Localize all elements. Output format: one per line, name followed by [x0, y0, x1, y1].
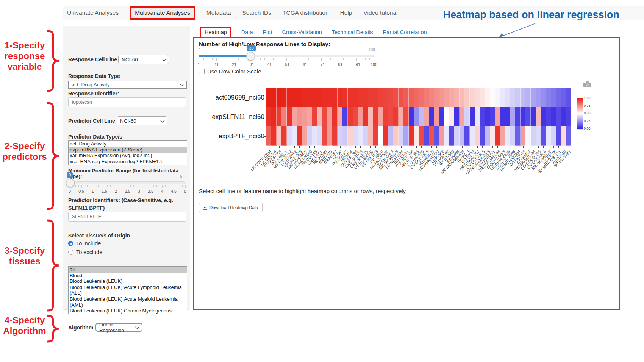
heatmap-cell[interactable]: [434, 88, 439, 107]
heatmap-cell[interactable]: [510, 126, 516, 146]
heatmap-cell[interactable]: [475, 126, 480, 146]
heatmap-cell[interactable]: [566, 107, 572, 126]
heatmap-cell[interactable]: [495, 126, 500, 146]
row-color-scale-checkbox[interactable]: Use Row Color Scale: [199, 68, 261, 75]
nav-item-search-ids[interactable]: Search IDs: [242, 9, 271, 16]
heatmap-cell[interactable]: [515, 107, 521, 126]
heatmap-cell[interactable]: [312, 88, 317, 107]
tissue-option-blood-leukemia-leuk-chronic-myelogenous-leukemia-cml[interactable]: Blood:Leukemia (LEUK):Chronic Myelogenou…: [69, 308, 187, 314]
heatmap-cell[interactable]: [317, 88, 322, 107]
heatmap-cell[interactable]: [399, 88, 404, 107]
heatmap-cell[interactable]: [454, 88, 460, 107]
predictor-data-type-option-exp-mrna-expression-z-score[interactable]: exp: mRNA Expression (Z-Score): [69, 147, 187, 153]
heatmap-cell[interactable]: [485, 126, 490, 146]
tissue-option-all[interactable]: all: [69, 267, 187, 273]
heatmap-cell[interactable]: [460, 88, 465, 107]
heatmap-cell[interactable]: [556, 126, 561, 146]
heatmap-cell[interactable]: [358, 126, 363, 146]
heatmap-cell[interactable]: [551, 126, 556, 146]
heatmap-cell[interactable]: [287, 107, 292, 126]
tissue-option-blood[interactable]: Blood: [69, 273, 187, 279]
heatmap-cell[interactable]: [368, 88, 373, 107]
heatmap-cell[interactable]: [464, 107, 470, 126]
heatmap-cell[interactable]: [383, 107, 389, 126]
heatmap-cell[interactable]: [348, 88, 353, 107]
heatmap-cell[interactable]: [510, 88, 516, 107]
heatmap-cell[interactable]: [307, 126, 312, 146]
heatmap-cell[interactable]: [399, 107, 404, 126]
heatmap-cell[interactable]: [378, 88, 383, 107]
heatmap-cell[interactable]: [505, 88, 511, 107]
tab-heatmap[interactable]: Heatmap: [200, 27, 231, 38]
heatmap-cell[interactable]: [475, 88, 480, 107]
heatmap-cell[interactable]: [342, 88, 348, 107]
heatmap-row-label-expslfn11-nci60[interactable]: expSLFN11_nci60: [194, 113, 264, 121]
heatmap-cell[interactable]: [378, 107, 383, 126]
tissue-listbox[interactable]: allBloodBlood:Leukemia (LEUK)Blood:Leuke…: [68, 266, 187, 314]
nav-item-help[interactable]: Help: [340, 9, 352, 16]
heatmap-cell[interactable]: [393, 107, 399, 126]
nav-item-univariate-analyses[interactable]: Univariate Analyses: [67, 9, 119, 16]
heatmap-cell[interactable]: [521, 88, 526, 107]
heatmap-cell[interactable]: [490, 107, 495, 126]
heatmap-cell[interactable]: [541, 107, 546, 126]
tab-technical-details[interactable]: Technical Details: [332, 29, 373, 35]
heatmap-cell[interactable]: [505, 107, 511, 126]
heatmap-cell[interactable]: [566, 88, 572, 107]
heatmap-cell[interactable]: [266, 88, 272, 107]
heatmap-cell[interactable]: [358, 88, 363, 107]
heatmap-cell[interactable]: [561, 107, 566, 126]
heatmap-cell[interactable]: [307, 107, 312, 126]
heatmap-cell[interactable]: [439, 88, 444, 107]
heatmap-cell[interactable]: [388, 126, 394, 146]
heatmap-cell[interactable]: [480, 88, 485, 107]
heatmap-cell[interactable]: [500, 88, 505, 107]
nav-item-metadata[interactable]: Metadata: [206, 9, 231, 16]
tissue-include-radio[interactable]: To include: [68, 240, 101, 247]
heatmap-cell[interactable]: [368, 107, 373, 126]
response-data-type-select[interactable]: act: Drug Activity: [68, 81, 187, 89]
heatmap-cell[interactable]: [302, 107, 307, 126]
algorithm-select[interactable]: Linear Regression: [95, 323, 142, 332]
heatmap-cell[interactable]: [287, 88, 292, 107]
heatmap-cell[interactable]: [307, 88, 312, 107]
heatmap-cell[interactable]: [515, 88, 521, 107]
heatmap-cell[interactable]: [327, 126, 333, 146]
heatmap-cell[interactable]: [292, 107, 297, 126]
heatmap-cell[interactable]: [531, 126, 536, 146]
heatmap-cell[interactable]: [373, 126, 378, 146]
predictor-cell-line-set-select[interactable]: NCI-60: [117, 116, 167, 125]
heatmap-row-label-act609699-nci60[interactable]: act609699_nci60: [194, 94, 264, 101]
heatmap-cell[interactable]: [551, 107, 556, 126]
heatmap-cell[interactable]: [373, 88, 378, 107]
heatmap-cell[interactable]: [546, 107, 551, 126]
heatmap-cell[interactable]: [521, 107, 526, 126]
heatmap-cell[interactable]: [368, 126, 373, 146]
heatmap-cell[interactable]: [271, 88, 277, 107]
heatmap-cell[interactable]: [419, 107, 424, 126]
heatmap-cell[interactable]: [495, 107, 500, 126]
heatmap-cell[interactable]: [419, 126, 424, 146]
heatmap-cell[interactable]: [348, 126, 353, 146]
heatmap-cell[interactable]: [556, 107, 561, 126]
heatmap-cell[interactable]: [464, 88, 470, 107]
heatmap-cell[interactable]: [485, 88, 490, 107]
heatmap-cell[interactable]: [312, 107, 317, 126]
heatmap-cell[interactable]: [363, 88, 368, 107]
heatmap-cell[interactable]: [500, 107, 505, 126]
heatmap-cell[interactable]: [531, 88, 536, 107]
nav-item-multivariate-analyses[interactable]: Multivariate Analyses: [130, 6, 195, 20]
heatmap-cell[interactable]: [525, 88, 531, 107]
heatmap-cell[interactable]: [338, 107, 343, 126]
heatmap-cell[interactable]: [480, 126, 485, 146]
heatmap-cell[interactable]: [348, 107, 353, 126]
tab-plot[interactable]: Plot: [263, 29, 272, 35]
heatmap-cell[interactable]: [292, 126, 297, 146]
heatmap-cell[interactable]: [342, 107, 348, 126]
predictor-data-type-option-xai-mrna-expression-avg-log2-int[interactable]: xai: mRNA Expression (Avg. log2 Int.): [69, 153, 187, 159]
heatmap-cell[interactable]: [322, 88, 328, 107]
heatmap-cell[interactable]: [470, 107, 475, 126]
heatmap-cell[interactable]: [454, 126, 460, 146]
heatmap-cell[interactable]: [393, 88, 399, 107]
tissue-option-blood-leukemia-leuk-acute-lymphoid-leukemia-all[interactable]: Blood:Leukemia (LEUK):Acute Lymphoid Leu…: [69, 284, 187, 296]
